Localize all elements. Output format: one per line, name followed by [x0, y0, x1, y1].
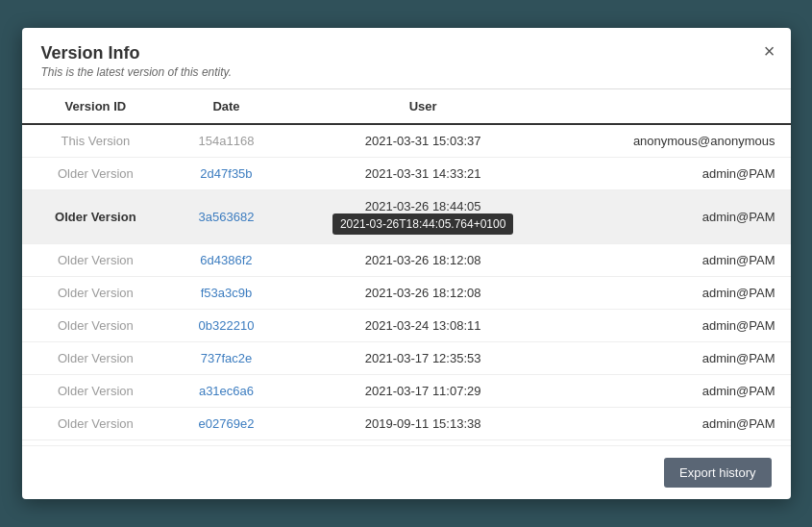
version-id-link[interactable]: a31ec6a6: [199, 384, 254, 398]
date-cell: 2021-03-26 18:12:08: [283, 244, 563, 277]
version-id-cell[interactable]: 0b322210: [169, 310, 283, 342]
table-row: Older Version737fac2e2021-03-17 12:35:53…: [22, 342, 791, 375]
table-row: Older Version0b3222102021-03-24 13:08:11…: [22, 310, 791, 342]
version-id-cell[interactable]: 737fac2e: [169, 342, 283, 375]
version-label: This Version: [22, 124, 170, 158]
user-cell: admin@PAM: [563, 375, 791, 408]
date-value: 2021-03-26 18:44:05: [365, 199, 481, 213]
col-date: Date: [169, 89, 283, 124]
version-id-link[interactable]: 737fac2e: [201, 351, 253, 365]
table-body: This Version154a11682021-03-31 15:03:37a…: [22, 124, 791, 440]
col-version-id: Version ID: [22, 89, 170, 124]
version-id-cell: 154a1168: [169, 124, 283, 158]
table-row: Older Versionf53a3c9b2021-03-26 18:12:08…: [22, 277, 791, 310]
version-table: Version ID Date User This Version154a116…: [22, 89, 791, 440]
user-cell: admin@PAM: [563, 244, 791, 277]
modal-body: Version ID Date User This Version154a116…: [22, 89, 791, 445]
version-id-cell[interactable]: f53a3c9b: [169, 277, 283, 310]
version-id-cell[interactable]: a31ec6a6: [169, 375, 283, 408]
user-cell: admin@PAM: [563, 277, 791, 310]
user-cell: admin@PAM: [563, 342, 791, 375]
version-id-link[interactable]: 3a563682: [199, 210, 255, 224]
table-header: Version ID Date User: [22, 89, 791, 124]
version-label: Older Version: [22, 310, 170, 342]
modal-subtitle: This is the latest version of this entit…: [41, 65, 772, 79]
version-id-link[interactable]: 0b322210: [199, 318, 255, 333]
version-id-link[interactable]: 2d47f35b: [200, 166, 252, 181]
user-cell: anonymous@anonymous: [563, 124, 791, 158]
user-cell: admin@PAM: [563, 158, 791, 190]
version-id-cell[interactable]: e02769e2: [169, 408, 283, 440]
modal-footer: Export history: [22, 445, 791, 499]
date-cell: 2021-03-17 11:07:29: [283, 375, 563, 408]
version-label: Older Version: [22, 408, 170, 440]
date-cell: 2021-03-24 13:08:11: [283, 310, 563, 342]
modal-title: Version Info: [41, 43, 772, 63]
table-row: Older Versione02769e22019-09-11 15:13:38…: [22, 408, 791, 440]
user-cell: admin@PAM: [563, 190, 791, 244]
close-button[interactable]: ×: [764, 41, 775, 61]
version-label: Older Version: [22, 158, 170, 190]
version-info-modal: Version Info This is the latest version …: [22, 28, 791, 499]
table-row: Older Version6d4386f22021-03-26 18:12:08…: [22, 244, 791, 277]
date-tooltip: 2021-03-26T18:44:05.764+0100: [332, 213, 513, 235]
table-row: This Version154a11682021-03-31 15:03:37a…: [22, 124, 791, 158]
version-id-cell[interactable]: 3a563682: [169, 190, 283, 244]
col-user: User: [283, 89, 563, 124]
version-label: Older Version: [22, 244, 170, 277]
version-id-cell[interactable]: 2d47f35b: [169, 158, 283, 190]
version-label: Older Version: [22, 190, 170, 244]
date-cell: 2019-09-11 15:13:38: [283, 408, 563, 440]
date-cell: 2021-03-26 18:12:08: [283, 277, 563, 310]
date-cell: 2021-03-17 12:35:53: [283, 342, 563, 375]
date-cell: 2021-03-26 18:44:052021-03-26T18:44:05.7…: [283, 190, 563, 244]
version-label: Older Version: [22, 342, 170, 375]
export-history-button[interactable]: Export history: [664, 458, 771, 488]
table-row: Older Versiona31ec6a62021-03-17 11:07:29…: [22, 375, 791, 408]
date-cell: 2021-03-31 14:33:21: [283, 158, 563, 190]
version-id-link[interactable]: 6d4386f2: [200, 253, 252, 267]
version-id-link[interactable]: e02769e2: [199, 416, 255, 431]
table-row: Older Version2d47f35b2021-03-31 14:33:21…: [22, 158, 791, 190]
version-id-cell[interactable]: 6d4386f2: [169, 244, 283, 277]
modal-header: Version Info This is the latest version …: [22, 28, 791, 89]
version-label: Older Version: [22, 375, 170, 408]
date-cell: 2021-03-31 15:03:37: [283, 124, 563, 158]
version-label: Older Version: [22, 277, 170, 310]
user-cell: admin@PAM: [563, 408, 791, 440]
version-id-link[interactable]: f53a3c9b: [201, 286, 253, 300]
table-row: Older Version3a5636822021-03-26 18:44:05…: [22, 190, 791, 244]
user-cell: admin@PAM: [563, 310, 791, 342]
